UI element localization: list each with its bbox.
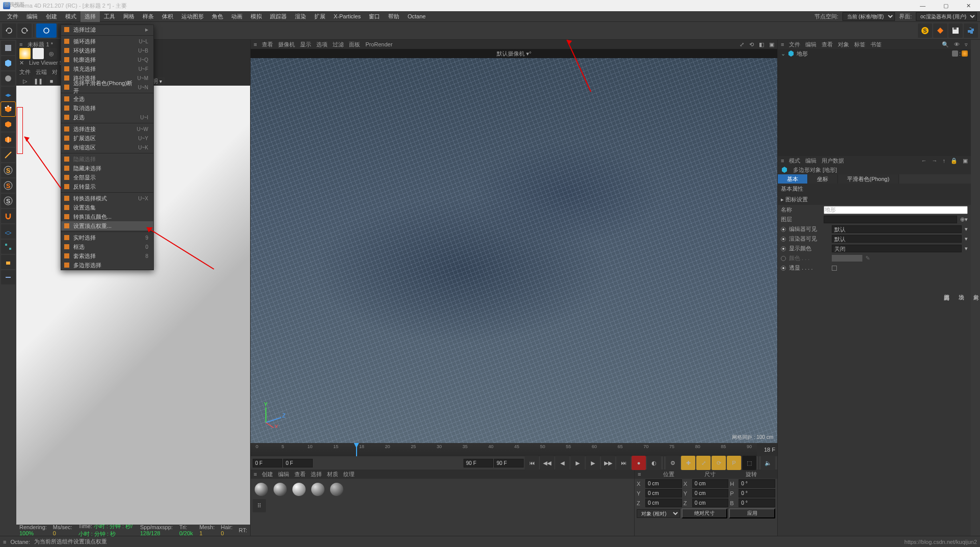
nav-up-icon[interactable]: ↑ [943,158,946,164]
chevron-down-icon[interactable]: ▾ [965,245,968,252]
apply-button[interactable]: 应用 [729,508,775,518]
planarize-icon[interactable] [1,270,15,284]
menu-item-hideun[interactable]: 隐藏未选择 [61,164,153,173]
hamburger-icon[interactable]: ≡ [3,539,6,545]
play-icon[interactable]: ▶ [570,456,585,470]
xparticles-icon[interactable]: S [918,23,932,38]
layer-select[interactable] [824,216,957,223]
vp-menu-cameras[interactable]: 摄像机 [278,41,295,48]
obj-menu-view[interactable]: 查看 [822,41,833,48]
save-icon[interactable] [948,23,963,38]
material-ball-1[interactable] [255,483,268,496]
menu-spline[interactable]: 样条 [139,11,158,22]
lock-icon[interactable]: 🔒 [950,158,958,164]
object-tree[interactable]: ⌄ 地形 : [778,49,971,156]
mat-menu-view[interactable]: 查看 [294,471,306,478]
visibility-toggle-icon[interactable] [952,50,958,57]
vp-menu-options[interactable]: 选项 [316,41,328,48]
menu-item-poly[interactable]: 多边形选择 [61,261,153,270]
menu-item-conn[interactable]: 选择连接U~W [61,124,153,134]
size-X-input[interactable] [692,479,729,488]
python-icon[interactable] [964,23,978,38]
hamburger-icon[interactable]: ≡ [254,471,257,477]
size-Y-input[interactable] [692,489,729,498]
mat-menu-edit[interactable]: 编辑 [278,471,289,478]
lv-menu-cloud[interactable]: 云端 [36,68,47,76]
mat-menu-create[interactable]: 创建 [262,471,273,478]
menu-item-outline[interactable]: 轮廓选择U~Q [61,55,153,64]
obj-menu-tags[interactable]: 标签 [854,41,865,48]
attr-menu-user[interactable]: 用户数据 [822,157,844,165]
menu-ext[interactable]: 扩展 [310,11,330,22]
tab-phong[interactable]: 平滑着色(Phong) [838,174,899,184]
undo-button[interactable] [2,23,16,38]
start-frame-input2[interactable] [283,459,313,467]
quantize-icon[interactable] [1,240,15,254]
poly-mode-icon[interactable] [1,133,15,147]
start-frame-input[interactable] [253,459,282,467]
menu-create[interactable]: 创建 [42,11,61,22]
magnet-icon[interactable] [1,209,15,223]
vp-nav3-icon[interactable]: ◧ [759,41,764,48]
goto-end-icon[interactable]: ⏭ [616,456,631,470]
perspective-viewport[interactable]: Y Z X 网格间距 : 100 cm [251,58,777,443]
key-pos-icon[interactable]: ✚ [681,456,695,470]
viewport-camera[interactable]: 默认摄像机 ▾° [497,50,531,58]
lv-menu-obj[interactable]: 对 [52,68,58,76]
sound-icon[interactable]: 🔈 [761,456,775,470]
workplane-grid-icon[interactable] [1,224,15,239]
menu-mode[interactable]: 模式 [61,11,80,22]
tab-basic[interactable]: 基本 [778,174,808,184]
display-color-select[interactable]: 关闭 [832,245,962,252]
section-icon-settings[interactable]: ▸ 图标设置 [778,194,971,205]
menu-octane[interactable]: Octane [403,12,429,21]
model-mode-icon[interactable] [1,56,15,70]
key-pla-icon[interactable]: ⬚ [742,456,756,470]
end-frame-input[interactable] [464,459,493,467]
xray-checkbox[interactable] [832,266,837,271]
key-settings-icon[interactable]: ⚙ [666,456,680,470]
menu-edit[interactable]: 编辑 [22,11,42,22]
color-radio[interactable] [781,256,786,261]
menu-item-vweight[interactable]: 设置顶点权重... [61,221,153,230]
maximize-button[interactable]: ▢ [934,0,957,11]
menu-item-filter[interactable]: 选择过滤 [61,25,153,34]
key-scale-icon[interactable]: ⤢ [696,456,711,470]
sun-icon[interactable] [19,48,31,59]
orange-tool-icon[interactable] [933,23,947,38]
menu-help[interactable]: 帮助 [384,11,403,22]
lv-play-icon[interactable]: ▷ [19,75,31,87]
key-rot-icon[interactable]: ⟳ [712,456,726,470]
menu-tools[interactable]: 工具 [100,11,119,22]
menu-character[interactable]: 角色 [208,11,227,22]
locked-workplane-icon[interactable] [1,255,15,269]
hamburger-icon[interactable]: ≡ [781,41,784,47]
end-frame-input2[interactable] [494,459,524,467]
vp-menu-filter[interactable]: 过滤 [333,41,344,48]
material-add-icon[interactable]: ⠿ [253,499,266,512]
menu-simulate[interactable]: 模拟 [247,11,266,22]
close-button[interactable]: ✕ [957,0,980,11]
pos-X-input[interactable] [645,479,682,488]
chevron-down-icon[interactable]: ▾ [965,226,968,232]
maximize-icon[interactable]: ▣ [963,158,968,164]
layout-select[interactable]: oc渲染器布局 (用户) [916,12,977,21]
menu-item-convmode[interactable]: 转换选择模式U~X [61,194,153,203]
material-ball-5[interactable] [330,483,343,496]
mat-menu-select[interactable]: 选择 [311,471,322,478]
rot-H-input[interactable] [739,479,775,488]
vp-nav-icon[interactable]: ⤢ [740,41,744,48]
edge-mode-icon[interactable] [1,117,15,132]
menu-item-invshow[interactable]: 反转显示 [61,182,153,191]
vp-menu-panel[interactable]: 面板 [349,41,360,48]
search-icon[interactable]: 🔍 [942,41,949,48]
menu-item-vcol[interactable]: 转换顶点颜色... [61,212,153,221]
minimize-button[interactable]: — [911,0,934,11]
obj-menu-file[interactable]: 文件 [789,41,800,48]
vp-nav2-icon[interactable]: ⟲ [749,41,754,48]
menu-mograph[interactable]: 运动图形 [177,11,208,22]
snap-s3-icon[interactable]: S [1,194,15,208]
redo-button[interactable] [17,23,32,38]
workplane-icon[interactable] [1,87,15,101]
name-input[interactable] [824,206,968,214]
